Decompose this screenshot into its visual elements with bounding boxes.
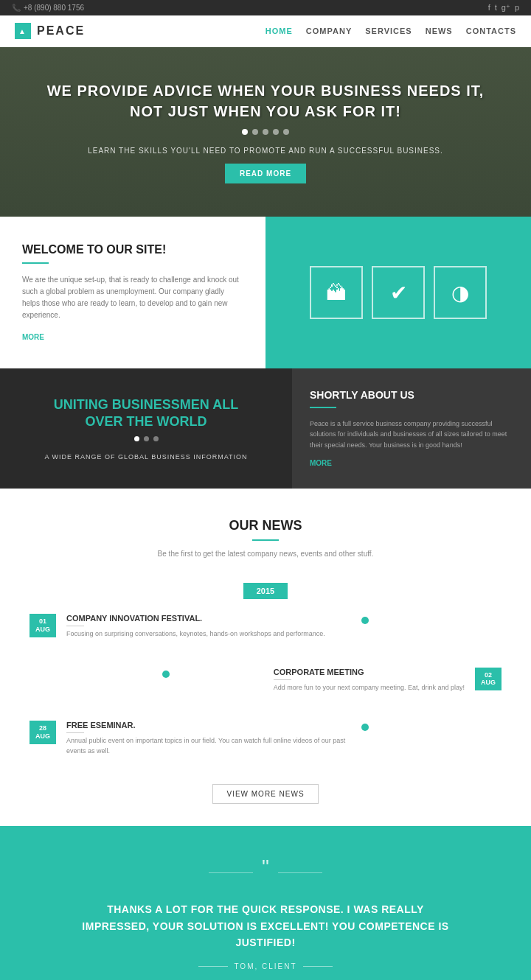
news-section: OUR NEWS Be the first to get the latest …	[0, 489, 531, 826]
news-dot-3	[361, 724, 369, 731]
clock-icon-box: ◑	[434, 266, 487, 319]
hero-title: WE PROVIDE ADVICE WHEN YOUR BUSINESS NEE…	[47, 80, 485, 122]
news-header: OUR NEWS Be the first to get the latest …	[30, 518, 502, 559]
banner-dot-3[interactable]	[153, 436, 159, 441]
nav-contacts[interactable]: CONTACTS	[466, 27, 516, 35]
main-nav: HOME COMPANY SERVICES NEWS CONTACTS	[266, 27, 516, 35]
hero-dots	[242, 129, 289, 135]
news-item-2: 02 AUG CORPORATE MEETING Add more fun to…	[148, 668, 502, 705]
logo-icon: ▲	[15, 23, 31, 39]
news-dot-1	[361, 617, 369, 624]
tline-right	[278, 872, 322, 873]
logo-text: PEACE	[37, 24, 85, 38]
banner-subtext: A WIDE RANGE OF GLOBAL BUSINESS INFORMAT…	[44, 453, 247, 461]
banner-dot-1[interactable]	[134, 436, 139, 441]
testimonial-quote: THANKS A LOT FOR THE QUICK RESPONSE. I W…	[81, 901, 450, 951]
testimonial-lines: "	[44, 855, 487, 889]
nav-home[interactable]: HOME	[266, 27, 293, 35]
news-content-1: COMPANY INNOVATION FESTIVAL. Focusing on…	[66, 614, 325, 640]
banner-dots	[134, 436, 159, 441]
hero-dot-2[interactable]	[252, 129, 258, 135]
view-more-wrap: VIEW MORE NEWS	[30, 784, 502, 804]
news-divider-2	[274, 679, 291, 680]
welcome-title: WELCOME TO OUR SITE!	[22, 243, 243, 256]
welcome-more-link[interactable]: MORE	[22, 333, 44, 341]
view-more-news-button[interactable]: VIEW MORE NEWS	[212, 784, 318, 804]
check-icon-box: ✔	[372, 266, 425, 319]
site-header: ▲ PEACE HOME COMPANY SERVICES NEWS CONTA…	[0, 15, 531, 47]
welcome-section: WELCOME TO OUR SITE! We are the unique s…	[0, 217, 531, 368]
about-divider	[310, 407, 336, 408]
welcome-body: We are the unique set-up, that is ready …	[22, 274, 243, 321]
news-divider-1	[66, 626, 84, 626]
welcome-left: WELCOME TO OUR SITE! We are the unique s…	[0, 217, 266, 368]
news-item-1: 01 AUG COMPANY INNOVATION FESTIVAL. Focu…	[30, 614, 384, 651]
banner-right: SHORTLY ABOUT US Peace is a full service…	[292, 368, 531, 489]
news-item-3: 28 AUG FREE ESEMINAR. Annual public even…	[30, 721, 384, 768]
hero-subtext: LEARN THE SKILLS YOU'LL NEED TO PROMOTE …	[88, 147, 443, 155]
banner-dot-2[interactable]	[144, 436, 149, 441]
mountain-icon-box: 🏔	[310, 266, 363, 319]
news-date-1: 01 AUG	[30, 614, 56, 637]
news-date-3: 28 AUG	[30, 721, 56, 744]
social-links[interactable]: f t g⁺ p	[488, 3, 519, 13]
dark-banner: UNITING BUSINESSMEN ALL OVER THE WORLD A…	[0, 368, 531, 489]
nav-company[interactable]: COMPANY	[306, 27, 352, 35]
check-icon: ✔	[390, 281, 407, 305]
testimonial-section: " THANKS A LOT FOR THE QUICK RESPONSE. I…	[0, 826, 531, 980]
hero-dot-1[interactable]	[242, 129, 248, 135]
hero-section: WE PROVIDE ADVICE WHEN YOUR BUSINESS NEE…	[0, 47, 531, 217]
news-dot-2	[162, 671, 170, 678]
hero-dot-5[interactable]	[283, 129, 289, 135]
news-content-3: FREE ESEMINAR. Annual public event on im…	[66, 721, 351, 756]
about-body: Peace is a full service business company…	[310, 419, 513, 450]
news-content-2: CORPORATE MEETING Add more fun to your n…	[274, 668, 465, 693]
tline-left	[209, 872, 253, 873]
news-description: Be the first to get the latest company n…	[30, 548, 502, 559]
testimonial-author: TOM, CLIENT	[44, 962, 487, 970]
banner-left: UNITING BUSINESSMEN ALL OVER THE WORLD A…	[0, 368, 292, 489]
news-title: OUR NEWS	[30, 518, 502, 533]
pinterest-icon[interactable]: p	[515, 3, 519, 13]
hero-dot-4[interactable]	[273, 129, 279, 135]
phone-number: +8 (890) 880 1756	[24, 4, 84, 12]
about-more-link[interactable]: MORE	[310, 459, 332, 467]
google-plus-icon[interactable]: g⁺	[502, 3, 510, 13]
welcome-divider	[22, 262, 49, 264]
phone-icon: 📞	[12, 4, 21, 12]
news-divider	[252, 539, 279, 541]
nav-services[interactable]: SERVICES	[365, 27, 412, 35]
nav-news[interactable]: NEWS	[426, 27, 453, 35]
banner-image: UNITING BUSINESSMEN ALL OVER THE WORLD A…	[0, 368, 292, 489]
news-date-2: 02 AUG	[475, 668, 502, 691]
facebook-icon[interactable]: f	[488, 3, 490, 13]
year-wrap: 2015	[30, 574, 502, 614]
clock-icon: ◑	[451, 281, 469, 305]
quote-icon: "	[262, 855, 269, 879]
top-bar: 📞 +8 (890) 880 1756 f t g⁺ p	[0, 0, 531, 15]
phone-area: 📞 +8 (890) 880 1756	[12, 4, 84, 12]
twitter-icon[interactable]: t	[495, 3, 497, 13]
news-divider-3	[66, 732, 84, 733]
hero-dot-3[interactable]	[263, 129, 268, 135]
banner-headline: UNITING BUSINESSMEN ALL OVER THE WORLD	[54, 396, 238, 431]
welcome-icons: 🏔 ✔ ◑	[266, 217, 531, 368]
year-badge: 2015	[243, 583, 288, 599]
logo[interactable]: ▲ PEACE	[15, 23, 85, 39]
hero-cta-button[interactable]: READ MORE	[225, 164, 306, 183]
mountain-icon: 🏔	[326, 281, 347, 305]
about-title: SHORTLY ABOUT US	[310, 389, 513, 401]
